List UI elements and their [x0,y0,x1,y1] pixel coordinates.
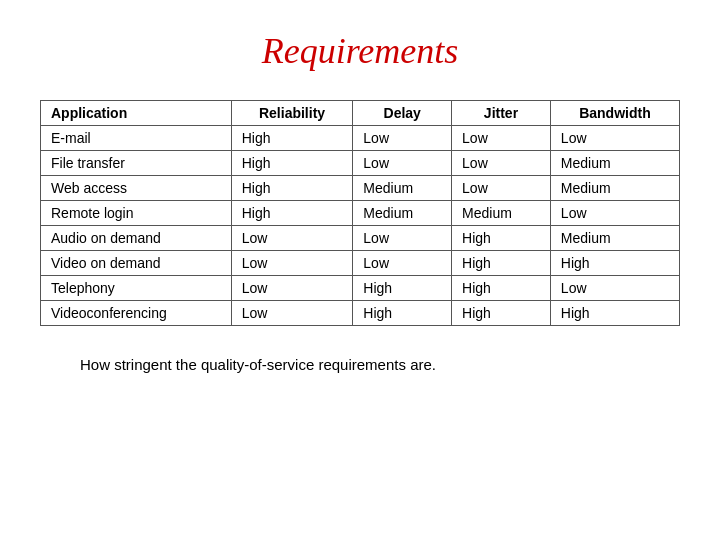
table-cell: High [452,251,551,276]
table-cell: High [353,276,452,301]
table-cell: High [452,276,551,301]
table-cell: Low [353,251,452,276]
table-cell: High [452,226,551,251]
table-cell: Low [353,126,452,151]
table-cell-application: Remote login [41,201,232,226]
table-cell-application: Telephony [41,276,232,301]
table-cell: Medium [353,201,452,226]
table-cell: Low [550,276,679,301]
table-cell: Low [231,301,353,326]
table-cell: Low [231,276,353,301]
table-cell: High [231,201,353,226]
table-header: Delay [353,101,452,126]
table-cell: High [452,301,551,326]
table-cell: High [231,151,353,176]
table-cell-application: E-mail [41,126,232,151]
table-header: Jitter [452,101,551,126]
table-header: Reliability [231,101,353,126]
table-cell: Low [452,126,551,151]
table-cell: High [231,176,353,201]
table-header: Application [41,101,232,126]
table-cell: High [353,301,452,326]
table-header: Bandwidth [550,101,679,126]
table-cell: Low [550,126,679,151]
table-cell: Low [452,176,551,201]
table-cell: Low [231,226,353,251]
table-cell: High [231,126,353,151]
table-row: File transferHighLowLowMedium [41,151,680,176]
table-cell-application: Video on demand [41,251,232,276]
table-cell: Low [353,226,452,251]
table-row: VideoconferencingLowHighHighHigh [41,301,680,326]
table-cell-application: File transfer [41,151,232,176]
table-row: Audio on demandLowLowHighMedium [41,226,680,251]
table-cell: Medium [550,176,679,201]
table-cell: Low [231,251,353,276]
table-cell: Low [452,151,551,176]
table-cell: Low [353,151,452,176]
table-cell: Medium [452,201,551,226]
table-cell: High [550,301,679,326]
table-row: E-mailHighLowLowLow [41,126,680,151]
table-cell: Medium [353,176,452,201]
table-row: TelephonyLowHighHighLow [41,276,680,301]
page-title: Requirements [262,30,459,72]
table-cell: Medium [550,151,679,176]
table-row: Video on demandLowLowHighHigh [41,251,680,276]
table-cell: Low [550,201,679,226]
table-row: Web accessHighMediumLowMedium [41,176,680,201]
table-cell-application: Videoconferencing [41,301,232,326]
requirements-table: ApplicationReliabilityDelayJitterBandwid… [40,100,680,326]
caption-text: How stringent the quality-of-service req… [80,356,436,373]
table-cell-application: Web access [41,176,232,201]
table-cell: Medium [550,226,679,251]
table-cell: High [550,251,679,276]
table-cell-application: Audio on demand [41,226,232,251]
table-row: Remote loginHighMediumMediumLow [41,201,680,226]
